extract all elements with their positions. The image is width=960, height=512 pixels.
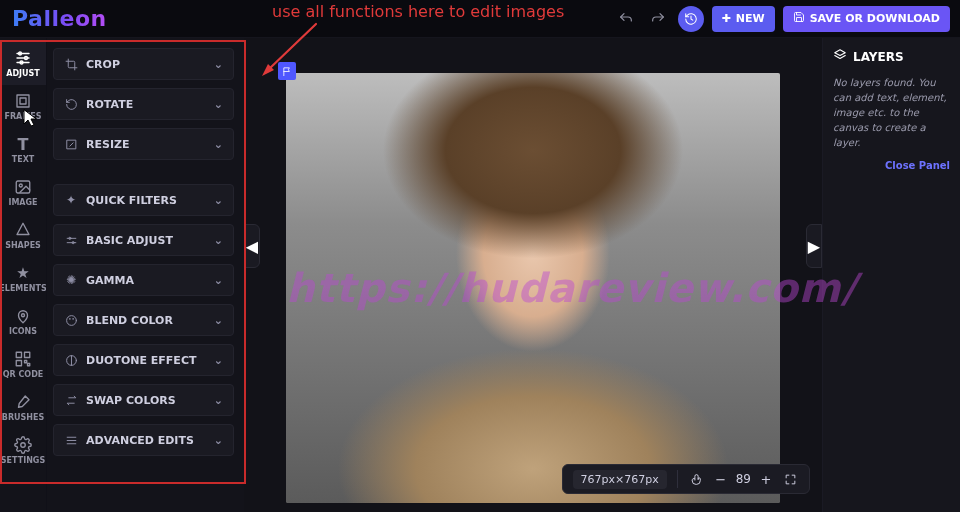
brand-logo: Palleon [12, 6, 107, 31]
new-button[interactable]: ✚ NEW [712, 6, 775, 32]
rail-label: QR CODE [3, 370, 44, 379]
accordion-label: DUOTONE EFFECT [86, 354, 196, 367]
zoom-out-button[interactable]: − [712, 470, 730, 488]
rail-label: ELEMENTS [0, 284, 47, 293]
rail-label: SHAPES [5, 241, 41, 250]
redo-button[interactable] [646, 7, 670, 31]
text-icon: T [14, 135, 32, 153]
rail-item-elements[interactable]: ★ ELEMENTS [0, 257, 46, 300]
annotation-text: use all functions here to edit images [272, 2, 564, 21]
svg-point-26 [69, 318, 71, 320]
accordion-basic-adjust[interactable]: BASIC ADJUST ⌄ [53, 224, 234, 256]
chevron-down-icon: ⌄ [214, 274, 223, 287]
layers-title-text: LAYERS [853, 50, 904, 64]
accordion-advanced-edits[interactable]: ADVANCED EDITS ⌄ [53, 424, 234, 456]
accordion-label: BASIC ADJUST [86, 234, 173, 247]
canvas-photo-placeholder [286, 73, 780, 503]
zoom-value: 89 [736, 472, 751, 486]
chevron-down-icon: ⌄ [214, 314, 223, 327]
chevron-down-icon: ⌄ [214, 98, 223, 111]
svg-marker-12 [17, 223, 29, 234]
canvas-wrap: https://hudareview.com/ [286, 73, 780, 503]
canvas-bottom-bar: 767px×767px − 89 + [562, 464, 810, 494]
accordion-swap-colors[interactable]: SWAP COLORS ⌄ [53, 384, 234, 416]
sliders-icon [14, 49, 32, 67]
layers-icon [833, 48, 847, 65]
plus-icon: ✚ [722, 12, 731, 25]
pin-icon [14, 307, 32, 325]
accordion-crop[interactable]: CROP ⌄ [53, 48, 234, 80]
rail-item-adjust[interactable]: ADJUST [0, 42, 46, 85]
accordion-label: CROP [86, 58, 120, 71]
chevron-down-icon: ⌄ [214, 434, 223, 447]
svg-rect-17 [25, 361, 27, 363]
tool-rail: ADJUST FRAMES T TEXT IMAGE SHAPES ★ ELEM… [0, 38, 46, 512]
new-button-label: NEW [736, 12, 765, 25]
rail-item-icons[interactable]: ICONS [0, 300, 46, 343]
sun-icon: ✺ [64, 273, 78, 287]
svg-rect-9 [20, 98, 26, 104]
canvas-image[interactable] [286, 73, 780, 503]
undo-button[interactable] [614, 7, 638, 31]
rail-label: ICONS [9, 327, 37, 336]
accordion-rotate[interactable]: ROTATE ⌄ [53, 88, 234, 120]
advanced-icon [64, 434, 78, 447]
shapes-icon [14, 221, 32, 239]
rail-item-text[interactable]: T TEXT [0, 128, 46, 171]
top-actions: ✚ NEW SAVE OR DOWNLOAD [614, 6, 950, 32]
rail-item-settings[interactable]: SETTINGS [0, 429, 46, 472]
svg-rect-14 [16, 352, 21, 357]
fullscreen-button[interactable] [781, 470, 799, 488]
canvas-area: https://hudareview.com/ 767px×767px − 89… [244, 38, 822, 512]
frame-icon [14, 92, 32, 110]
rail-item-shapes[interactable]: SHAPES [0, 214, 46, 257]
duotone-icon [64, 354, 78, 367]
swap-icon [64, 394, 78, 407]
layers-close-link[interactable]: Close Panel [833, 160, 950, 171]
canvas-dimensions: 767px×767px [573, 470, 667, 489]
rail-item-brushes[interactable]: BRUSHES [0, 386, 46, 429]
rail-label: FRAMES [4, 112, 41, 121]
rail-item-qrcode[interactable]: QR CODE [0, 343, 46, 386]
svg-rect-8 [17, 95, 29, 107]
rail-label: BRUSHES [2, 413, 44, 422]
accordion-duotone[interactable]: DUOTONE EFFECT ⌄ [53, 344, 234, 376]
collapse-left-panel-button[interactable]: ◀ [244, 224, 260, 268]
accordion-label: SWAP COLORS [86, 394, 176, 407]
qr-icon [14, 350, 32, 368]
accordion-resize[interactable]: RESIZE ⌄ [53, 128, 234, 160]
rail-label: SETTINGS [1, 456, 45, 465]
image-icon [14, 178, 32, 196]
accordion-gamma[interactable]: ✺GAMMA ⌄ [53, 264, 234, 296]
layers-empty-message: No layers found. You can add text, eleme… [833, 75, 950, 150]
save-button[interactable]: SAVE OR DOWNLOAD [783, 6, 950, 32]
svg-rect-15 [25, 352, 30, 357]
accordion-quick-filters[interactable]: ✦QUICK FILTERS ⌄ [53, 184, 234, 216]
accordion-label: GAMMA [86, 274, 134, 287]
svg-rect-18 [28, 364, 30, 366]
gear-icon [14, 436, 32, 454]
rail-label: TEXT [12, 155, 35, 164]
adjust-group-transform: CROP ⌄ ROTATE ⌄ RESIZE ⌄ [53, 48, 234, 160]
brush-icon [14, 393, 32, 411]
pan-button[interactable] [688, 470, 706, 488]
svg-point-11 [19, 184, 22, 187]
accordion-blend-color[interactable]: BLEND COLOR ⌄ [53, 304, 234, 336]
chevron-down-icon: ⌄ [214, 234, 223, 247]
save-button-label: SAVE OR DOWNLOAD [810, 12, 940, 25]
rail-item-image[interactable]: IMAGE [0, 171, 46, 214]
history-button[interactable] [678, 6, 704, 32]
zoom-in-button[interactable]: + [757, 470, 775, 488]
collapse-right-panel-button[interactable]: ▶ [806, 224, 822, 268]
rail-item-frames[interactable]: FRAMES [0, 85, 46, 128]
adjust-group-effects: ✦QUICK FILTERS ⌄ BASIC ADJUST ⌄ ✺GAMMA ⌄… [53, 184, 234, 456]
canvas-flag-button[interactable] [278, 62, 296, 80]
chevron-down-icon: ⌄ [214, 194, 223, 207]
svg-rect-10 [16, 181, 30, 193]
rail-label: IMAGE [8, 198, 37, 207]
adjust-panel: CROP ⌄ ROTATE ⌄ RESIZE ⌄ ✦QUICK FILTERS … [46, 38, 244, 512]
star-icon: ★ [14, 264, 32, 282]
wand-icon: ✦ [64, 193, 78, 207]
chevron-down-icon: ⌄ [214, 394, 223, 407]
svg-marker-32 [835, 50, 846, 56]
